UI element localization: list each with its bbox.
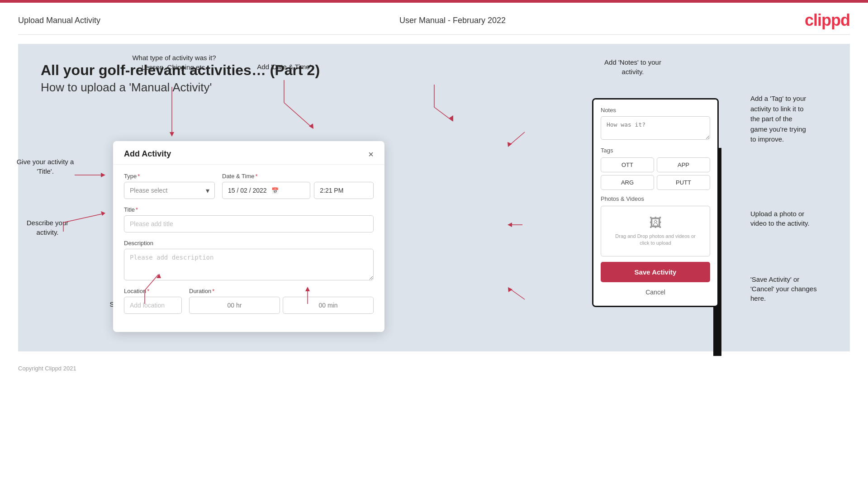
title-group: Title* — [124, 206, 374, 232]
annotation-notes: Add 'Notes' to youractivity. — [588, 57, 678, 76]
description-textarea[interactable] — [124, 249, 374, 280]
footer: Copyright Clippd 2021 — [0, 360, 868, 376]
location-label: Location* — [124, 288, 182, 294]
duration-label: Duration* — [189, 288, 374, 294]
annotation-date-time: Add 'Date & Time'. — [249, 62, 321, 71]
svg-marker-24 — [508, 287, 512, 292]
description-group: Description — [124, 240, 374, 280]
annotation-tag: Add a 'Tag' to youractivity to link it t… — [750, 94, 841, 145]
svg-line-23 — [509, 288, 525, 299]
tag-arg[interactable]: ARG — [601, 175, 654, 190]
cancel-link[interactable]: Cancel — [601, 286, 710, 298]
notes-textarea[interactable] — [601, 116, 710, 140]
svg-marker-20 — [508, 142, 512, 147]
annotation-save-cancel: 'Save Activity' or'Cancel' your changesh… — [750, 275, 841, 303]
annotation-title: Give your activity a'Title'. — [9, 157, 81, 176]
tags-section-label: Tags — [601, 147, 710, 154]
type-group: Type* Please select — [124, 173, 215, 199]
annotation-describe: Describe youractivity. — [11, 218, 84, 237]
date-input[interactable]: 15 / 02 / 2022 📅 — [222, 182, 310, 199]
svg-marker-5 — [309, 123, 313, 129]
tag-ott[interactable]: OTT — [601, 157, 654, 172]
dialog-header: Add Activity × — [113, 141, 384, 165]
save-activity-button[interactable]: Save Activity — [601, 262, 710, 282]
photos-section-label: Photos & Videos — [601, 195, 710, 202]
annotation-activity-type: What type of activity was it?Lesson, Chi… — [122, 53, 226, 72]
title-input[interactable] — [124, 215, 374, 232]
svg-marker-10 — [101, 211, 105, 216]
photos-upload-area[interactable]: 🖼 Drag and Drop photos and videos orclic… — [601, 206, 710, 256]
header-divider — [18, 34, 850, 35]
dialog-body: Type* Please select Date & Time* 15 / — [113, 165, 384, 332]
duration-inputs — [189, 297, 374, 314]
description-label: Description — [124, 240, 374, 246]
section-subtitle: How to upload a 'Manual Activity' — [41, 81, 827, 95]
copyright-text: Copyright Clippd 2021 — [18, 365, 76, 372]
logo: clippd — [805, 11, 850, 30]
phone-panel: Notes Tags OTT APP ARG PUTT Photos & Vid… — [592, 98, 719, 307]
location-input[interactable] — [124, 297, 182, 314]
page-header: Upload Manual Activity User Manual - Feb… — [0, 3, 868, 34]
annotation-upload: Upload a photo orvideo to the activity. — [750, 209, 841, 228]
close-button[interactable]: × — [368, 150, 374, 159]
svg-marker-22 — [508, 223, 512, 227]
type-datetime-row: Type* Please select Date & Time* 15 / — [124, 173, 374, 199]
svg-marker-18 — [449, 115, 453, 122]
svg-line-19 — [509, 132, 525, 146]
duration-hr-input[interactable] — [189, 297, 280, 314]
upload-text: Drag and Drop photos and videos orclick … — [610, 233, 701, 247]
notes-section-label: Notes — [601, 107, 710, 114]
svg-marker-2 — [170, 132, 174, 137]
tags-grid: OTT APP ARG PUTT — [601, 157, 710, 190]
phone-body: Notes Tags OTT APP ARG PUTT Photos & Vid… — [593, 99, 717, 306]
add-activity-dialog: Add Activity × Type* Please select — [113, 141, 384, 332]
datetime-label: Date & Time* — [222, 173, 374, 180]
main-content-area: All your golf-relevant activities… (Part… — [18, 44, 850, 351]
page-title-left: Upload Manual Activity — [18, 16, 100, 25]
tag-app[interactable]: APP — [657, 157, 710, 172]
svg-marker-7 — [101, 173, 105, 177]
type-select[interactable]: Please select — [124, 182, 215, 199]
svg-line-17 — [434, 107, 452, 121]
duration-min-input[interactable] — [283, 297, 374, 314]
tag-putt[interactable]: PUTT — [657, 175, 710, 190]
upload-icon: 🖼 — [610, 215, 701, 230]
page-title-center: User Manual - February 2022 — [399, 16, 506, 25]
datetime-inputs: 15 / 02 / 2022 📅 2:21 PM — [222, 182, 374, 199]
type-label: Type* — [124, 173, 215, 180]
title-field-label: Title* — [124, 206, 374, 213]
duration-group: Duration* — [189, 288, 374, 314]
dialog-title: Add Activity — [124, 149, 171, 159]
location-duration-row: Location* Duration* — [124, 288, 374, 314]
location-group: Location* — [124, 288, 182, 314]
time-input[interactable]: 2:21 PM — [314, 182, 374, 199]
datetime-group: Date & Time* 15 / 02 / 2022 📅 2:21 PM — [222, 173, 374, 199]
svg-line-4 — [284, 103, 312, 128]
type-select-wrapper[interactable]: Please select — [124, 182, 215, 199]
